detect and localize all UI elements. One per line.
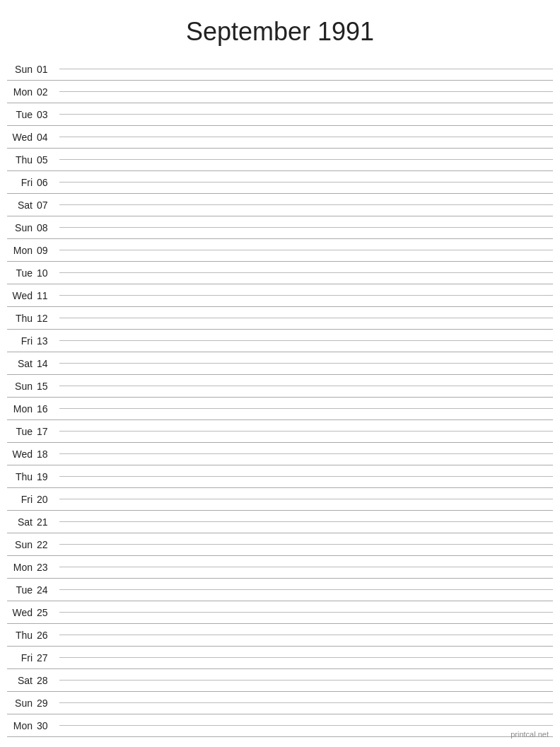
day-row[interactable]: Sat28	[7, 669, 553, 692]
day-name: Thu	[7, 313, 37, 324]
day-name: Sat	[7, 358, 37, 369]
day-line	[59, 544, 553, 545]
day-name: Sat	[7, 199, 37, 211]
day-number: 11	[37, 290, 57, 301]
day-row[interactable]: Fri06	[7, 171, 553, 194]
day-line	[59, 725, 553, 726]
day-line	[59, 680, 553, 681]
day-name: Tue	[7, 584, 37, 596]
day-number: 09	[37, 245, 57, 256]
day-row[interactable]: Thu19	[7, 465, 553, 488]
day-row[interactable]: Tue17	[7, 420, 553, 443]
day-row[interactable]: Mon30	[7, 714, 553, 737]
day-name: Fri	[7, 652, 37, 664]
day-row[interactable]: Mon02	[7, 81, 553, 103]
day-row[interactable]: Thu05	[7, 149, 553, 171]
day-line	[59, 318, 553, 318]
day-row[interactable]: Mon16	[7, 398, 553, 420]
day-line	[59, 69, 553, 69]
day-row[interactable]: Wed18	[7, 443, 553, 465]
day-line	[59, 386, 553, 386]
day-line	[59, 453, 553, 454]
day-line	[59, 250, 553, 250]
day-number: 26	[37, 630, 57, 641]
day-row[interactable]: Thu12	[7, 307, 553, 330]
day-number: 01	[37, 64, 57, 75]
day-name: Wed	[7, 448, 37, 460]
day-line	[59, 295, 553, 296]
day-number: 17	[37, 426, 57, 437]
day-line	[59, 567, 553, 567]
day-name: Sun	[7, 539, 37, 550]
day-row[interactable]: Sun01	[7, 58, 553, 81]
day-number: 05	[37, 154, 57, 166]
day-number: 03	[37, 109, 57, 120]
day-number: 10	[37, 267, 57, 279]
day-number: 23	[37, 562, 57, 573]
day-line	[59, 272, 553, 273]
day-number: 19	[37, 471, 57, 482]
day-line	[59, 408, 553, 409]
day-row[interactable]: Sun22	[7, 533, 553, 556]
day-name: Sun	[7, 697, 37, 709]
day-name: Wed	[7, 290, 37, 301]
day-row[interactable]: Fri20	[7, 488, 553, 511]
day-number: 14	[37, 358, 57, 369]
day-name: Fri	[7, 177, 37, 188]
day-row[interactable]: Mon23	[7, 556, 553, 579]
day-line	[59, 702, 553, 703]
day-row[interactable]: Sun29	[7, 692, 553, 714]
day-line	[59, 137, 553, 137]
day-row[interactable]: Wed25	[7, 601, 553, 624]
day-line	[59, 204, 553, 205]
day-number: 20	[37, 494, 57, 505]
day-name: Thu	[7, 154, 37, 166]
day-line	[59, 91, 553, 92]
day-line	[59, 431, 553, 432]
day-name: Sun	[7, 381, 37, 392]
day-line	[59, 657, 553, 658]
day-row[interactable]: Sun08	[7, 216, 553, 239]
day-row[interactable]: Wed11	[7, 284, 553, 307]
day-name: Tue	[7, 109, 37, 120]
day-number: 27	[37, 652, 57, 664]
day-number: 15	[37, 381, 57, 392]
day-row[interactable]: Sat21	[7, 511, 553, 533]
day-line	[59, 182, 553, 183]
day-name: Wed	[7, 132, 37, 143]
day-number: 24	[37, 584, 57, 596]
day-row[interactable]: Mon09	[7, 239, 553, 262]
day-number: 16	[37, 403, 57, 415]
day-row[interactable]: Sat07	[7, 194, 553, 216]
day-number: 04	[37, 132, 57, 143]
day-number: 06	[37, 177, 57, 188]
day-name: Mon	[7, 720, 37, 731]
day-row[interactable]: Tue10	[7, 262, 553, 284]
day-name: Wed	[7, 607, 37, 618]
day-row[interactable]: Thu26	[7, 624, 553, 647]
day-name: Fri	[7, 335, 37, 347]
day-line	[59, 227, 553, 228]
day-name: Thu	[7, 471, 37, 482]
day-line	[59, 635, 553, 635]
day-row[interactable]: Wed04	[7, 126, 553, 149]
day-number: 08	[37, 222, 57, 233]
page-title: September 1991	[0, 0, 560, 58]
day-line	[59, 159, 553, 160]
day-row[interactable]: Fri27	[7, 647, 553, 669]
day-name: Thu	[7, 630, 37, 641]
calendar-grid: Sun01Mon02Tue03Wed04Thu05Fri06Sat07Sun08…	[0, 58, 560, 737]
day-row[interactable]: Tue24	[7, 579, 553, 601]
day-name: Mon	[7, 245, 37, 256]
day-line	[59, 476, 553, 477]
day-name: Mon	[7, 86, 37, 98]
day-line	[59, 612, 553, 613]
day-row[interactable]: Sat14	[7, 352, 553, 375]
day-name: Sat	[7, 675, 37, 686]
footer-text: printcal.net	[511, 730, 549, 739]
day-number: 29	[37, 697, 57, 709]
day-row[interactable]: Sun15	[7, 375, 553, 398]
day-name: Sun	[7, 222, 37, 233]
day-row[interactable]: Fri13	[7, 330, 553, 352]
day-row[interactable]: Tue03	[7, 103, 553, 126]
